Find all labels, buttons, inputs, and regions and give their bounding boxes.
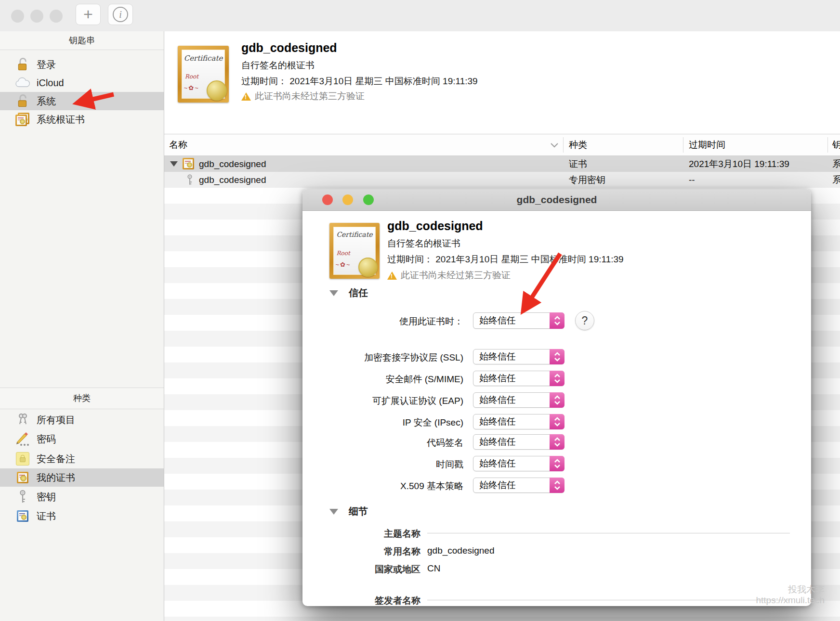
cert-expiry: 过期时间： 2021年3月10日 星期三 中国标准时间 19:11:39 (241, 75, 478, 88)
trust-label-code-signing: 代码签名 (322, 437, 463, 449)
dialog-titlebar[interactable]: gdb_codesigned (302, 189, 811, 211)
keychain-access-window: + i 钥匙串 登录 iCloud 系统 (0, 0, 840, 621)
unlocked-padlock-icon (14, 94, 31, 108)
disclosure-triangle-icon[interactable] (329, 509, 338, 515)
certificate-dialog: gdb_codesigned Certificate Root ~✿~ gdb_… (302, 189, 811, 606)
trust-select-ipsec[interactable]: 始终信任 (473, 414, 564, 429)
my-certificate-icon (14, 470, 31, 485)
trust-label-x509: X.509 基本策略 (322, 480, 463, 492)
key-mini-icon (185, 174, 194, 189)
certificate-summary: Certificate Root ~✿~ gdb_codesigned 自行签名… (164, 31, 840, 134)
dialog-zoom-button[interactable] (363, 194, 374, 205)
details-section-header[interactable]: 细节 (329, 505, 368, 518)
sidebar-item-label: 我的证书 (37, 471, 75, 484)
trust-select-ssl[interactable]: 始终信任 (473, 349, 564, 364)
dialog-close-button[interactable] (322, 194, 333, 205)
sidebar-item-label: 所有项目 (37, 414, 75, 427)
certificate-stack-icon (14, 112, 31, 127)
warning-icon (241, 92, 251, 101)
sidebar-item-passwords[interactable]: 密码 (0, 430, 164, 448)
sidebar: 钥匙串 登录 iCloud 系统 (0, 31, 164, 621)
window-zoom-button[interactable] (50, 10, 63, 23)
sidebar-item-label: 安全备注 (37, 453, 75, 466)
category-header: 种类 (0, 388, 164, 409)
sidebar-item-my-certificates[interactable]: 我的证书 (0, 468, 164, 487)
plus-icon: + (83, 6, 93, 22)
row-name: gdb_codesigned (199, 172, 266, 188)
row-keychain: 系 (832, 156, 840, 172)
column-header-kind[interactable]: 种类 (569, 134, 587, 155)
sidebar-item-label: 密钥 (37, 491, 56, 504)
dialog-title: gdb_codesigned (517, 189, 597, 210)
detail-value-common-name: gdb_codesigned (427, 545, 494, 556)
column-header-expires[interactable]: 过期时间 (689, 134, 725, 155)
add-item-button[interactable]: + (76, 4, 101, 25)
trust-label-ssl: 加密套接字协议层 (SSL) (322, 351, 463, 364)
detail-value-country: CN (427, 563, 440, 574)
trust-label-smime: 安全邮件 (S/MIME) (322, 373, 463, 386)
sidebar-item-all-items[interactable]: 所有项目 (0, 411, 164, 429)
detail-label-subject-name: 主题名称 (322, 528, 420, 540)
dialog-cert-expiry: 过期时间： 2021年3月10日 星期三 中国标准时间 19:11:39 (387, 253, 624, 266)
window-minimize-button[interactable] (30, 10, 43, 23)
unlocked-padlock-icon (14, 57, 31, 72)
stepper-icon (550, 312, 564, 329)
detail-label-issuer-name: 签发者名称 (322, 595, 420, 606)
table-row-certificate[interactable]: gdb_codesigned 证书 2021年3月10日 19:11:39 系 (164, 156, 840, 172)
trust-select-timestamp[interactable]: 始终信任 (473, 456, 564, 471)
window-close-button[interactable] (11, 10, 24, 23)
sidebar-item-label: 系统 (37, 95, 56, 108)
row-expires: 2021年3月10日 19:11:39 (689, 156, 789, 172)
sidebar-item-label: 密码 (37, 433, 56, 446)
get-info-button[interactable]: i (108, 4, 133, 25)
sidebar-item-icloud[interactable]: iCloud (0, 74, 164, 92)
window-toolbar: + i (0, 0, 840, 32)
sidebar-item-keys[interactable]: 密钥 (0, 488, 164, 506)
sidebar-item-certificates[interactable]: 证书 (0, 507, 164, 525)
help-button[interactable]: ? (575, 311, 594, 330)
trust-select-eap[interactable]: 始终信任 (473, 392, 564, 408)
warning-icon (387, 272, 397, 280)
dialog-cert-subtitle: 自行签名的根证书 (387, 237, 460, 250)
trust-select-code-signing[interactable]: 始终信任 (473, 434, 564, 450)
trust-label-timestamp: 时间戳 (322, 458, 463, 471)
stepper-icon (550, 349, 564, 364)
certificate-icon (14, 509, 31, 523)
info-icon: i (113, 7, 128, 22)
sidebar-item-login[interactable]: 登录 (0, 55, 164, 74)
trust-select-x509[interactable]: 始终信任 (473, 478, 564, 493)
sidebar-item-label: 系统根证书 (37, 113, 85, 126)
trust-section-header[interactable]: 信任 (329, 286, 368, 299)
row-kind: 证书 (569, 156, 587, 172)
certificate-root-icon: Certificate Root ~✿~ (329, 223, 380, 279)
stepper-icon (550, 434, 564, 450)
cert-warning: 此证书尚未经过第三方验证 (241, 90, 365, 103)
disclosure-triangle-icon[interactable] (170, 161, 178, 167)
pencil-dots-icon (14, 432, 31, 446)
cloud-icon (14, 76, 31, 90)
stepper-icon (550, 392, 564, 408)
column-header-name[interactable]: 名称 (169, 134, 187, 155)
stepper-icon (550, 371, 564, 386)
secure-note-icon (14, 452, 31, 466)
sidebar-item-system[interactable]: 系统 (0, 92, 164, 110)
trust-select-smime[interactable]: 始终信任 (473, 371, 564, 386)
sort-chevron-icon (550, 142, 559, 149)
table-row-private-key[interactable]: gdb_codesigned 专用密钥 -- 系 (164, 172, 840, 188)
sidebar-item-label: 登录 (37, 58, 56, 71)
certificate-root-icon: Certificate Root ~✿~ (178, 46, 229, 103)
dialog-minimize-button[interactable] (342, 194, 353, 205)
disclosure-triangle-icon[interactable] (329, 290, 338, 296)
watermark: 投我木李 https://xmuli.tech (756, 584, 825, 606)
column-header-keychain[interactable]: 钥 (832, 134, 840, 155)
detail-label-country: 国家或地区 (322, 563, 420, 576)
trust-select-when-using[interactable]: 始终信任 (473, 312, 564, 329)
row-name: gdb_codesigned (199, 156, 266, 172)
cert-title: gdb_codesigned (241, 41, 337, 55)
section-divider (427, 600, 790, 600)
sidebar-item-secure-notes[interactable]: 安全备注 (0, 450, 164, 468)
section-divider (427, 533, 790, 533)
row-keychain: 系 (832, 172, 840, 188)
sidebar-item-system-roots[interactable]: 系统根证书 (0, 110, 164, 129)
stepper-icon (550, 414, 564, 429)
